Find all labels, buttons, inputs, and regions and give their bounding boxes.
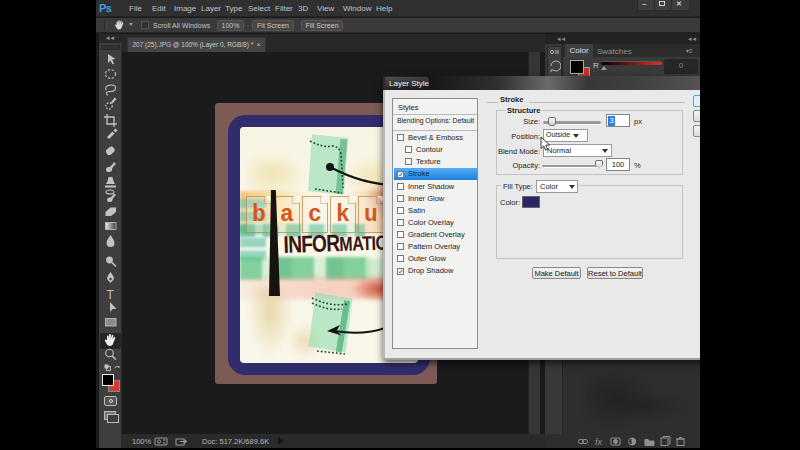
svg-text:T: T <box>107 288 115 302</box>
svg-text:fx: fx <box>595 437 603 447</box>
